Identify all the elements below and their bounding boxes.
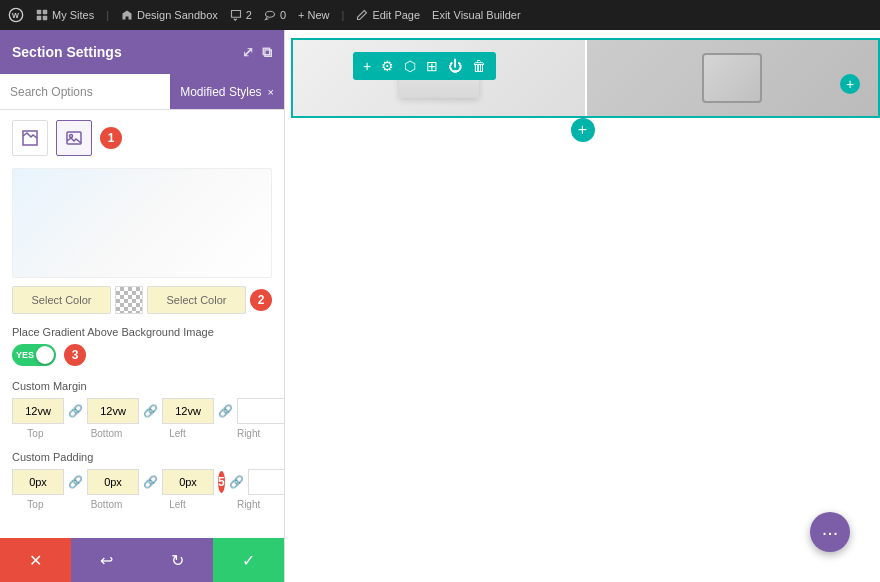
new-label: + New (298, 9, 330, 21)
new-content-link[interactable]: + New (298, 9, 330, 21)
padding-bottom-label: Bottom (83, 499, 130, 510)
vb-settings-icon[interactable]: ⚙ (381, 58, 394, 74)
padding-bottom-input[interactable] (87, 469, 139, 495)
toggle-knob (36, 346, 54, 364)
cancel-icon: ✕ (29, 551, 42, 570)
section-img-right (587, 40, 879, 116)
undo-icon: ↩ (100, 551, 113, 570)
layout-icon[interactable]: ⧉ (262, 44, 272, 61)
margin-top-label: Top (12, 428, 59, 439)
callout-1-badge: 1 (100, 127, 122, 149)
wp-logo[interactable]: W (8, 7, 24, 23)
add-row-plus-icon: + (578, 121, 587, 139)
margin-top-input[interactable] (12, 398, 64, 424)
svg-point-8 (70, 135, 73, 138)
messages-count: 0 (280, 9, 286, 21)
toggle-row: YES 3 (12, 344, 272, 366)
margin-bottom-label: Bottom (83, 428, 130, 439)
callout-2-badge: 2 (250, 289, 272, 311)
svg-text:W: W (12, 11, 19, 20)
margin-bottom-input[interactable] (87, 398, 139, 424)
image-tab-btn[interactable] (56, 120, 92, 156)
add-row-button[interactable]: + (571, 118, 595, 142)
modified-styles-tab[interactable]: Modified Styles × (170, 74, 284, 109)
padding-link-icon-3[interactable]: 🔗 (229, 475, 244, 489)
gradient-preview (12, 168, 272, 278)
section-outline: + ⚙ ⬡ ⊞ ⏻ 🗑 (291, 38, 880, 118)
vb-toolbar: + ⚙ ⬡ ⊞ ⏻ 🗑 (353, 52, 496, 80)
search-options[interactable]: Search Options (0, 85, 170, 99)
exit-vb-link[interactable]: Exit Visual Builder (432, 9, 520, 21)
modified-styles-close[interactable]: × (268, 86, 274, 98)
section-add-plus-icon: + (846, 76, 854, 92)
margin-link-icon-2[interactable]: 🔗 (143, 404, 158, 418)
gradient-toggle[interactable]: YES (12, 344, 56, 366)
svg-rect-4 (37, 16, 42, 21)
edit-page-label: Edit Page (372, 9, 420, 21)
design-sandbox-link[interactable]: Design Sandbox (121, 9, 218, 21)
vb-toggle-icon[interactable]: ⏻ (448, 58, 462, 74)
color-select-2-btn[interactable]: Select Color (147, 286, 246, 314)
fab-icon: ··· (822, 521, 839, 544)
my-sites-link[interactable]: My Sites (36, 9, 94, 21)
margin-right-input[interactable] (237, 398, 284, 424)
site-name-label: Design Sandbox (137, 9, 218, 21)
panel-header-icons: ⤢ ⧉ (242, 44, 272, 61)
redo-button[interactable]: ↻ (142, 538, 213, 582)
vb-clone-icon[interactable]: ⬡ (404, 58, 416, 74)
my-sites-label: My Sites (52, 9, 94, 21)
margin-link-icon[interactable]: 🔗 (68, 404, 83, 418)
custom-padding-section: Custom Padding 🔗 🔗 5 🔗 ↩ 📱 Top Bot (12, 451, 272, 510)
margin-left-input[interactable] (162, 398, 214, 424)
margin-link-icon-3[interactable]: 🔗 (218, 404, 233, 418)
svg-point-6 (265, 11, 274, 17)
fab-button[interactable]: ··· (810, 512, 850, 552)
padding-labels: Top Bottom Left Right (12, 499, 272, 510)
panel-content: 1 Select Color Select Color 2 Place Grad… (0, 110, 284, 538)
margin-right-label: Right (225, 428, 272, 439)
svg-rect-3 (43, 10, 48, 15)
margin-labels: Top Bottom Left Right (12, 428, 272, 439)
section-add-right-button[interactable]: + (840, 74, 860, 94)
undo-button[interactable]: ↩ (71, 538, 142, 582)
callout-3-badge: 3 (64, 344, 86, 366)
vb-delete-icon[interactable]: 🗑 (472, 58, 486, 74)
comments-link[interactable]: 2 (230, 9, 252, 21)
background-tab-btn[interactable] (12, 120, 48, 156)
padding-link-icon[interactable]: 🔗 (68, 475, 83, 489)
color-select-1-btn[interactable]: Select Color (12, 286, 111, 314)
left-panel: Section Settings ⤢ ⧉ Search Options Modi… (0, 30, 285, 582)
tab-icons-row: 1 (12, 120, 272, 156)
canvas-area: + ⚙ ⬡ ⊞ ⏻ 🗑 + + ··· (285, 30, 880, 582)
custom-margin-label: Custom Margin (12, 380, 272, 392)
panel-title: Section Settings (12, 44, 122, 60)
redo-icon: ↻ (171, 551, 184, 570)
search-bar: Search Options Modified Styles × (0, 74, 284, 110)
svg-rect-5 (43, 16, 48, 21)
padding-right-input[interactable] (248, 469, 284, 495)
padding-inputs-row: 🔗 🔗 5 🔗 ↩ 📱 (12, 469, 272, 495)
messages-link[interactable]: 0 (264, 9, 286, 21)
vb-add-icon[interactable]: + (363, 58, 371, 74)
margin-left-label: Left (154, 428, 201, 439)
modified-styles-label: Modified Styles (180, 85, 261, 99)
margin-inputs-row: 🔗 🔗 🔗 4 ↩ 📱 (12, 398, 272, 424)
custom-padding-label: Custom Padding (12, 451, 272, 463)
panel-header: Section Settings ⤢ ⧉ (0, 30, 284, 74)
save-button[interactable]: ✓ (213, 538, 284, 582)
cancel-button[interactable]: ✕ (0, 538, 71, 582)
padding-top-input[interactable] (12, 469, 64, 495)
color-btn-1-label: Select Color (32, 294, 92, 306)
padding-left-input[interactable] (162, 469, 214, 495)
vb-layout-icon[interactable]: ⊞ (426, 58, 438, 74)
edit-page-link[interactable]: Edit Page (356, 9, 420, 21)
checkerboard-swatch[interactable] (115, 286, 143, 314)
expand-icon[interactable]: ⤢ (242, 44, 254, 61)
color-selectors: Select Color Select Color 2 (12, 286, 272, 314)
callout-5-badge: 5 (218, 471, 225, 493)
search-options-label: Search Options (10, 85, 93, 99)
toggle-yes-label: YES (16, 350, 34, 360)
gradient-label: Place Gradient Above Background Image (12, 326, 272, 338)
custom-margin-section: Custom Margin 🔗 🔗 🔗 4 ↩ 📱 Top Bott (12, 380, 272, 439)
padding-link-icon-2[interactable]: 🔗 (143, 475, 158, 489)
